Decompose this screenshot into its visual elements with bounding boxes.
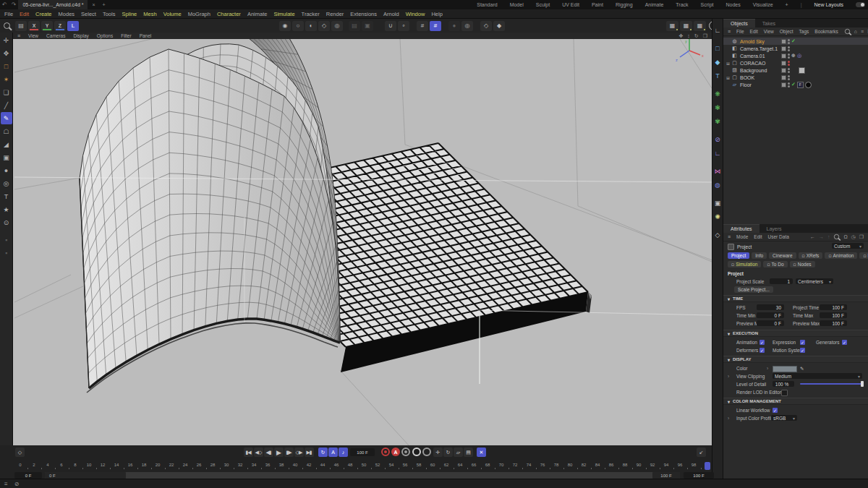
muted-tool-b-icon[interactable]: ▣	[362, 21, 373, 31]
fps-field[interactable]: 30	[757, 304, 784, 310]
quantize-grid-icon[interactable]: #	[430, 21, 441, 31]
layout-tab-sculpt[interactable]: Sculpt	[536, 2, 550, 7]
add-layout-icon[interactable]: +	[786, 2, 788, 7]
preview-max-field[interactable]: 100 F	[820, 320, 847, 326]
expand-icon[interactable]: ⊞	[726, 75, 731, 80]
sound-toggle-icon[interactable]: ♪	[339, 448, 348, 457]
object-row-book[interactable]: ⊞▢ BOOK	[723, 74, 868, 81]
primitive-cube-icon[interactable]: ◆	[712, 55, 723, 69]
compositing-tag-icon[interactable]: F	[797, 82, 804, 88]
menu-mograph[interactable]: MoGraph	[188, 11, 210, 17]
close-tab-icon[interactable]: ×	[92, 2, 95, 7]
layer-chip[interactable]	[781, 61, 786, 66]
current-frame-field[interactable]: 100 F	[350, 448, 375, 456]
move-tool-icon[interactable]: ✥	[1, 47, 12, 59]
visibility-dots[interactable]	[788, 53, 790, 59]
new-tab-icon[interactable]: +	[103, 2, 106, 7]
coordinate-system-button[interactable]: L	[67, 21, 79, 31]
paint-brush-icon[interactable]: ✎	[1, 112, 12, 124]
objects-menu-tags[interactable]: Tags	[799, 29, 809, 34]
tab-info[interactable]: Info	[752, 252, 767, 259]
object-row-coracao[interactable]: ⊞▢ CORACAO	[723, 59, 868, 67]
menu-help[interactable]: Help	[431, 11, 442, 17]
tab-simulation[interactable]: ΩSimulation	[728, 261, 761, 267]
object-row-camera-target[interactable]: ◧ Camera.Target.1	[723, 45, 868, 52]
primitive-cube-outline-icon[interactable]: □	[712, 41, 723, 55]
tab-nodes[interactable]: ΩNodes	[790, 261, 815, 267]
magic-wand-icon[interactable]: ✶	[1, 73, 12, 85]
tab-xrefs[interactable]: ΩXRefs	[799, 252, 823, 259]
tab-todo[interactable]: ΩTo Do	[763, 261, 787, 267]
object-row-arnold-sky[interactable]: ◍ Arnold Sky ✓	[723, 38, 868, 45]
layout-tab-paint[interactable]: Paint	[592, 2, 603, 7]
viewport-3d[interactable]: xyz	[13, 39, 712, 445]
record-scale-icon[interactable]: ▱	[454, 448, 463, 457]
timeline-expand-icon[interactable]: ↙	[697, 448, 706, 457]
play-button[interactable]: ▶	[274, 448, 284, 457]
layout-tab-animate[interactable]: Animate	[645, 2, 664, 7]
objects-hamburger-icon[interactable]: ≡	[728, 29, 731, 34]
layout-tab-track[interactable]: Track	[676, 2, 688, 7]
stamp-tool-icon[interactable]: ☖	[1, 125, 12, 137]
vertex-snap-icon[interactable]: ∘	[398, 21, 409, 31]
mode-a-icon[interactable]: ●	[448, 21, 460, 31]
transform-frame-icon[interactable]: ❏	[1, 86, 12, 98]
execution-section-header[interactable]: ▾EXECUTION	[723, 330, 868, 337]
deformer-icon[interactable]: ✾	[712, 114, 723, 128]
scale-project-button[interactable]: Scale Project...	[734, 286, 773, 293]
workplane-mode-icon[interactable]: ◇	[480, 21, 492, 31]
expression-checkbox[interactable]: ✓	[800, 340, 805, 345]
search-icon[interactable]	[4, 22, 10, 29]
history-back-icon[interactable]: ←	[810, 234, 815, 239]
viewport-menu-panel[interactable]: Panel	[140, 33, 152, 38]
generators-checkbox[interactable]: ✓	[842, 340, 847, 345]
project-scale-unit-dropdown[interactable]: Centimeters▾	[796, 278, 833, 284]
tab-cineware[interactable]: Cineware	[769, 252, 796, 259]
record-rotation-icon[interactable]: ↻	[443, 448, 453, 457]
render-lod-checkbox[interactable]	[781, 390, 788, 396]
eyedropper-icon[interactable]: ✎	[800, 366, 804, 372]
layout-tab-nodes[interactable]: Nodes	[726, 2, 740, 7]
history-clock-icon[interactable]: ◷	[851, 234, 856, 240]
muted-slot-a-icon[interactable]: ▪	[1, 234, 12, 246]
objects-menu-object[interactable]: Object	[780, 29, 793, 34]
protection-tag-icon[interactable]: ⊕	[791, 53, 796, 59]
menu-render[interactable]: Render	[326, 11, 344, 17]
selection-filter-icon[interactable]: ◎	[331, 21, 343, 31]
object-row-background[interactable]: ▨ Background	[723, 67, 868, 74]
viewport-menu-cameras[interactable]: Cameras	[46, 33, 65, 38]
material-tag-icon[interactable]	[805, 82, 812, 88]
lock-icon[interactable]: Ω	[843, 234, 847, 239]
menu-select[interactable]: Select	[81, 11, 96, 17]
droplet-tool-icon[interactable]: ●	[1, 164, 12, 176]
record-mode-b-icon[interactable]	[422, 448, 431, 456]
text-tool-icon[interactable]: T	[1, 190, 12, 202]
snap-toggle-icon[interactable]: ∪	[385, 21, 396, 31]
dolly-icon[interactable]: ↕	[687, 33, 690, 39]
tab-layers[interactable]: Layers	[760, 225, 789, 233]
range-end-handle[interactable]: 100 F	[652, 472, 680, 479]
tab-takes[interactable]: Takes	[755, 20, 783, 27]
layout-toggle[interactable]	[856, 2, 865, 7]
zoom-region-icon[interactable]: ⊙	[1, 216, 12, 228]
layout-tab-visualize[interactable]: Visualize	[753, 2, 773, 7]
axis-x-button[interactable]: X	[28, 21, 40, 31]
color-swatch[interactable]	[773, 366, 797, 372]
tab-objects[interactable]: Objects	[723, 19, 755, 27]
document-end-field[interactable]: 100 F	[684, 472, 714, 479]
deformers-checkbox[interactable]: ✓	[760, 348, 765, 353]
menu-volume[interactable]: Volume	[163, 11, 182, 17]
volume-icon[interactable]: ◍	[712, 178, 723, 192]
clipping-expand-icon[interactable]: ›	[728, 374, 729, 379]
attributes-hamburger-icon[interactable]: ≡	[728, 234, 731, 239]
mode-b-icon[interactable]: ◎	[461, 21, 473, 31]
record-position-icon[interactable]: ✛	[433, 448, 443, 457]
animation-checkbox[interactable]: ✓	[760, 340, 765, 345]
visibility-dots-off[interactable]	[788, 61, 790, 66]
rectangle-selection-icon[interactable]: ○	[292, 21, 304, 31]
viewport-hamburger-icon[interactable]: ≡	[17, 33, 20, 38]
linear-workflow-checkbox[interactable]: ✓	[773, 408, 778, 413]
mograph-icon[interactable]: ⋈	[712, 164, 723, 178]
preset-dropdown[interactable]: Custom▾	[832, 243, 864, 249]
menu-create[interactable]: Create	[35, 11, 52, 17]
